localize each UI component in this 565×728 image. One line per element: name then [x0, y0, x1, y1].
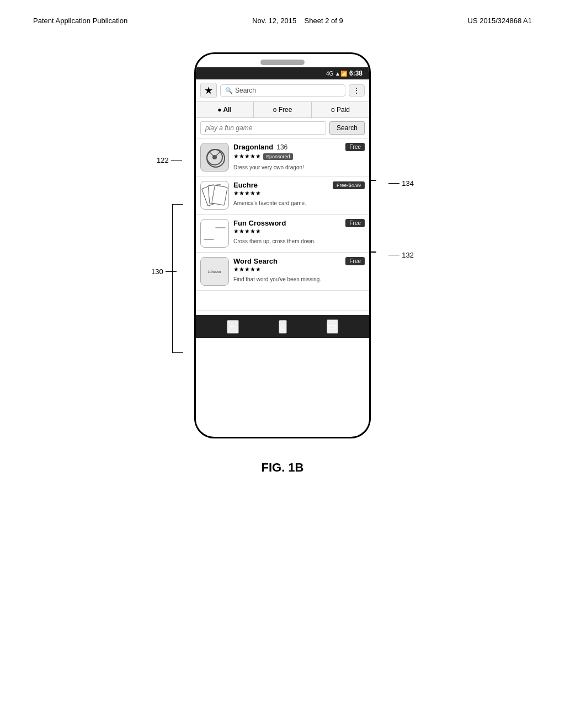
app-header: ★ 🔍 Search ⋮	[196, 79, 369, 102]
app-desc-crossword: Cross them up, cross them down.	[233, 238, 316, 244]
price-badge-euchre[interactable]: Free-$4.99	[333, 181, 365, 189]
patent-center: Nov. 12, 2015 Sheet 2 of 9	[252, 17, 343, 25]
app-item-wordsearch[interactable]: blaaaa Word Search Free ★★★★★ Find that …	[196, 253, 369, 291]
app-info-crossword: Fun Crossword Free ★★★★★ Cross them up, …	[233, 219, 365, 245]
app-stars-crossword: ★★★★★	[233, 228, 365, 235]
app-stars-wordsearch: ★★★★★	[233, 266, 365, 273]
label-130: 130	[151, 267, 163, 276]
status-bar: 4G ▲📶 6:38	[196, 67, 369, 79]
tab-all[interactable]: ● All	[196, 102, 254, 117]
price-badge-wordsearch[interactable]: Free	[345, 257, 365, 265]
signal-icon: 4G ▲📶	[326, 71, 347, 77]
app-stars-euchre: ★★★★★	[233, 190, 365, 197]
app-desc-euchre: America's favorite card game.	[233, 200, 306, 206]
app-list: Dragonland 136 Free ★★★★★ Sponsored Dres…	[196, 138, 369, 311]
back-button[interactable]: ←	[227, 320, 239, 334]
price-badge-dragonland[interactable]: Free	[345, 143, 365, 151]
app-count-dragonland: 136	[276, 143, 287, 151]
tab-paid[interactable]: o Paid	[312, 102, 369, 117]
price-badge-crossword[interactable]: Free	[345, 219, 365, 227]
search-row: Search	[196, 118, 369, 138]
empty-row	[196, 291, 369, 311]
patent-left: Patent Application Publication	[33, 17, 127, 25]
app-icon-crossword	[200, 219, 229, 248]
filter-tabs: ● All o Free o Paid	[196, 102, 369, 118]
label-132: 132	[402, 251, 414, 259]
app-icon-wordsearch: blaaaa	[200, 257, 229, 286]
home-button[interactable]: ⌂	[279, 320, 287, 334]
figure-caption: FIG. 1B	[0, 461, 565, 486]
app-item-euchre[interactable]: Euchre Free-$4.99 ★★★★★ America's favori…	[196, 176, 369, 215]
app-info-euchre: Euchre Free-$4.99 ★★★★★ America's favori…	[233, 181, 365, 207]
app-item-dragonland[interactable]: Dragonland 136 Free ★★★★★ Sponsored Dres…	[196, 138, 369, 176]
status-time: 6:38	[349, 69, 363, 77]
app-name-euchre: Euchre	[233, 181, 258, 189]
search-box-label: Search	[235, 87, 256, 94]
app-name-dragonland: Dragonland	[233, 143, 273, 151]
patent-right: US 2015/324868 A1	[468, 17, 532, 25]
star-button[interactable]: ★	[200, 83, 217, 98]
recents-button[interactable]: ▭	[327, 319, 338, 334]
app-icon-euchre	[200, 181, 229, 210]
label-134: 134	[402, 179, 414, 188]
bottom-nav: ← ⌂ ▭	[196, 315, 369, 338]
sponsored-badge: Sponsored	[263, 153, 293, 160]
tab-free[interactable]: o Free	[254, 102, 312, 117]
patent-header: Patent Application Publication Nov. 12, …	[0, 0, 565, 36]
search-input[interactable]	[200, 121, 326, 135]
svg-point-1	[212, 155, 217, 159]
app-desc-wordsearch: Find that word you've been missing.	[233, 276, 321, 282]
phone-outer: 4G ▲📶 6:38 ★ 🔍 Search ⋮ ● All o Free o P…	[194, 52, 371, 438]
app-icon-dragonland	[200, 143, 229, 172]
search-button[interactable]: Search	[329, 121, 365, 135]
app-info-wordsearch: Word Search Free ★★★★★ Find that word yo…	[233, 257, 365, 283]
phone-speaker	[260, 60, 305, 65]
app-stars-dragonland: ★★★★★	[233, 153, 261, 160]
search-icon: 🔍	[225, 87, 233, 94]
search-box[interactable]: 🔍 Search	[220, 84, 345, 97]
phone-mockup: 122 130 134 132 4G ▲📶	[189, 52, 376, 438]
app-info-dragonland: Dragonland 136 Free ★★★★★ Sponsored Dres…	[233, 143, 365, 172]
menu-button[interactable]: ⋮	[349, 84, 365, 97]
app-item-crossword[interactable]: Fun Crossword Free ★★★★★ Cross them up, …	[196, 215, 369, 253]
svg-point-0	[207, 149, 222, 165]
app-name-crossword: Fun Crossword	[233, 219, 286, 227]
app-name-wordsearch: Word Search	[233, 257, 278, 265]
app-desc-dragonland: Dress your very own dragon!	[233, 164, 304, 170]
label-122: 122	[157, 156, 169, 164]
